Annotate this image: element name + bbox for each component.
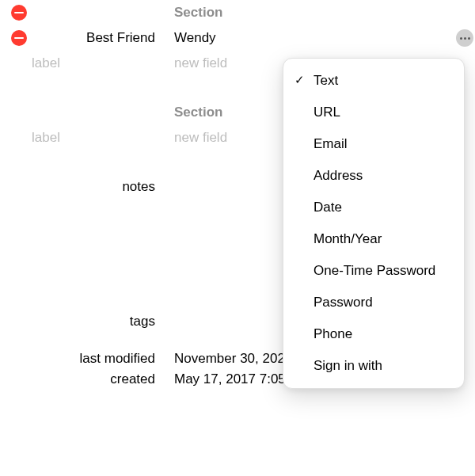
dropdown-option-password[interactable]: Password bbox=[283, 287, 464, 318]
dropdown-option-address[interactable]: Address bbox=[283, 160, 464, 192]
dropdown-option-email[interactable]: Email bbox=[283, 128, 464, 160]
new-field-label-input[interactable] bbox=[32, 130, 155, 146]
section-header-label[interactable]: Section bbox=[174, 5, 451, 21]
section-header-row: Section bbox=[0, 0, 475, 25]
remove-field-button[interactable] bbox=[11, 30, 27, 46]
notes-label: notes bbox=[32, 177, 174, 195]
dropdown-option-signinwith[interactable]: Sign in with bbox=[283, 350, 464, 382]
created-label: created bbox=[32, 371, 174, 387]
dropdown-option-url[interactable]: URL bbox=[283, 97, 464, 128]
remove-section-button[interactable] bbox=[11, 5, 27, 21]
dropdown-option-text[interactable]: Text bbox=[283, 65, 464, 97]
tags-label: tags bbox=[32, 314, 174, 329]
dropdown-option-otp[interactable]: One-Time Password bbox=[283, 255, 464, 287]
field-type-dropdown: Text URL Email Address Date Month/Year O… bbox=[283, 58, 465, 389]
field-label[interactable]: Best Friend bbox=[32, 30, 174, 46]
new-field-label-input[interactable] bbox=[32, 55, 155, 71]
more-options-button[interactable] bbox=[456, 29, 473, 47]
dropdown-option-date[interactable]: Date bbox=[283, 192, 464, 223]
dropdown-option-monthyear[interactable]: Month/Year bbox=[283, 223, 464, 255]
last-modified-label: last modified bbox=[32, 351, 174, 367]
field-row: Best Friend Wendy bbox=[0, 25, 475, 51]
dropdown-option-phone[interactable]: Phone bbox=[283, 318, 464, 350]
field-value[interactable]: Wendy bbox=[174, 30, 451, 46]
